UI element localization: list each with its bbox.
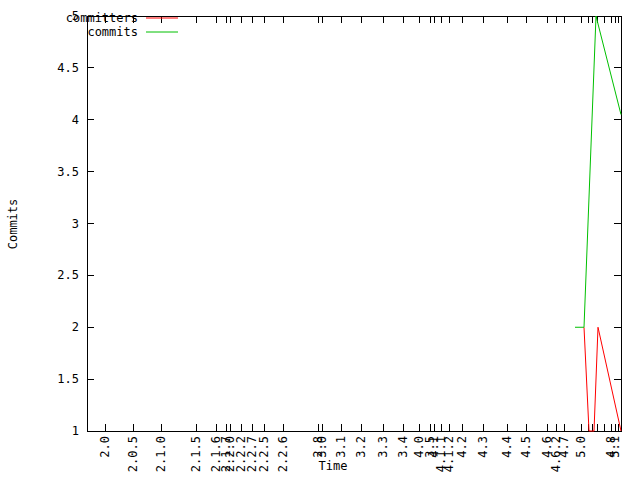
x-tick-label: 2.0 [98, 436, 112, 458]
x-tick-label: 2.1.0 [154, 436, 168, 472]
x-tick-label: 4.7 [557, 436, 571, 458]
y-tick-label: 2.5 [57, 268, 79, 282]
x-tick-label: 3.3 [376, 436, 390, 458]
x-tick-label: 4.2 [455, 436, 469, 458]
x-axis-title: Time [319, 459, 348, 473]
plot-border [87, 16, 621, 431]
x-tick-label: 4.3 [476, 436, 490, 458]
legend-commits-label: commits [87, 25, 138, 39]
x-tick-label: 3.1 [334, 436, 348, 458]
legend: committers commits [66, 11, 178, 39]
y-tick-label: 4.5 [57, 61, 79, 75]
y-axis-title: Commits [6, 199, 20, 250]
legend-committers-label: committers [66, 11, 138, 25]
y-tick-label: 1.5 [57, 372, 79, 386]
x-tick-label: 2.1.5 [189, 436, 203, 472]
x-tick-label: 4.5 [519, 436, 533, 458]
y-tick-label: 1 [72, 424, 79, 438]
commit-chart: 11.522.533.544.552.02.0.52.1.02.1.52.1.6… [0, 0, 640, 480]
x-tick-label: 5.1 [608, 436, 622, 458]
x-tick-label: 5.0 [574, 436, 588, 458]
x-tick-label: 2.2.6 [276, 436, 290, 472]
x-tick-label: 4.4 [500, 436, 514, 458]
y-tick-label: 4 [72, 113, 79, 127]
x-tick-label: 3.2 [354, 436, 368, 458]
x-tick-label: 2.2.5 [257, 436, 271, 472]
x-tick-label: 3.0 [315, 436, 329, 458]
x-tick-label: 3.4 [396, 436, 410, 458]
x-tick-label: 2.0.5 [126, 436, 140, 472]
chart-canvas: 11.522.533.544.552.02.0.52.1.02.1.52.1.6… [0, 0, 640, 480]
y-tick-label: 3.5 [57, 165, 79, 179]
plot-area: 11.522.533.544.552.02.0.52.1.02.1.52.1.6… [57, 9, 622, 472]
x-tick-label: 4.1.2 [442, 436, 456, 472]
y-tick-label: 3 [72, 217, 79, 231]
y-tick-label: 2 [72, 320, 79, 334]
